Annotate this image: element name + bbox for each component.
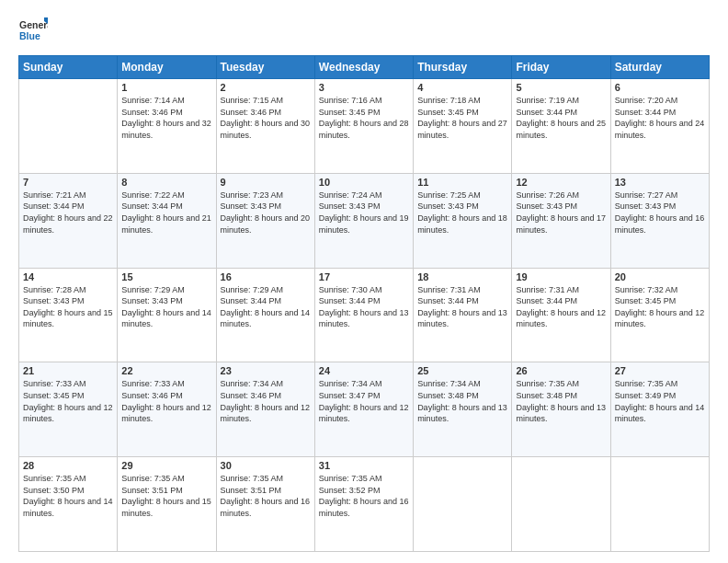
day-number: 20 xyxy=(615,271,705,282)
day-number: 29 xyxy=(121,460,211,471)
logo-svg: General Blue xyxy=(18,17,48,46)
day-cell: 31Sunrise: 7:35 AM Sunset: 3:52 PM Dayli… xyxy=(314,457,413,552)
day-cell xyxy=(512,457,610,552)
day-number: 18 xyxy=(417,271,507,282)
day-cell: 6Sunrise: 7:20 AM Sunset: 3:44 PM Daylig… xyxy=(610,79,709,174)
svg-text:General: General xyxy=(19,19,48,30)
day-info: Sunrise: 7:18 AM Sunset: 3:45 PM Dayligh… xyxy=(417,95,507,141)
day-cell: 20Sunrise: 7:32 AM Sunset: 3:45 PM Dayli… xyxy=(610,268,709,362)
week-row-5: 28Sunrise: 7:35 AM Sunset: 3:50 PM Dayli… xyxy=(19,457,710,552)
day-cell: 30Sunrise: 7:35 AM Sunset: 3:51 PM Dayli… xyxy=(216,457,314,552)
day-number: 1 xyxy=(121,82,211,93)
weekday-header-saturday: Saturday xyxy=(610,56,709,79)
day-number: 10 xyxy=(319,177,409,188)
day-cell: 29Sunrise: 7:35 AM Sunset: 3:51 PM Dayli… xyxy=(118,457,216,552)
day-cell: 10Sunrise: 7:24 AM Sunset: 3:43 PM Dayli… xyxy=(314,173,413,268)
week-row-1: 1Sunrise: 7:14 AM Sunset: 3:46 PM Daylig… xyxy=(19,79,710,174)
day-cell xyxy=(414,457,512,552)
day-number: 2 xyxy=(221,82,311,93)
day-info: Sunrise: 7:32 AM Sunset: 3:45 PM Dayligh… xyxy=(615,284,705,330)
day-number: 31 xyxy=(319,460,409,471)
day-info: Sunrise: 7:19 AM Sunset: 3:44 PM Dayligh… xyxy=(516,95,606,141)
day-info: Sunrise: 7:16 AM Sunset: 3:45 PM Dayligh… xyxy=(319,95,409,141)
day-cell: 21Sunrise: 7:33 AM Sunset: 3:45 PM Dayli… xyxy=(19,362,118,457)
day-info: Sunrise: 7:25 AM Sunset: 3:43 PM Dayligh… xyxy=(417,190,507,236)
day-info: Sunrise: 7:20 AM Sunset: 3:44 PM Dayligh… xyxy=(615,95,705,141)
day-number: 19 xyxy=(516,271,606,282)
week-row-4: 21Sunrise: 7:33 AM Sunset: 3:45 PM Dayli… xyxy=(19,362,710,457)
weekday-header-monday: Monday xyxy=(118,56,216,79)
day-cell: 22Sunrise: 7:33 AM Sunset: 3:46 PM Dayli… xyxy=(118,362,216,457)
day-number: 23 xyxy=(221,365,311,376)
day-cell: 19Sunrise: 7:31 AM Sunset: 3:44 PM Dayli… xyxy=(512,268,610,362)
day-cell: 15Sunrise: 7:29 AM Sunset: 3:43 PM Dayli… xyxy=(118,268,216,362)
day-number: 28 xyxy=(23,460,113,471)
day-number: 25 xyxy=(417,365,507,376)
day-number: 13 xyxy=(615,177,705,188)
weekday-header-tuesday: Tuesday xyxy=(216,56,314,79)
day-cell: 25Sunrise: 7:34 AM Sunset: 3:48 PM Dayli… xyxy=(414,362,512,457)
weekday-header-friday: Friday xyxy=(512,56,610,79)
day-number: 7 xyxy=(23,177,113,188)
day-number: 11 xyxy=(417,177,507,188)
day-cell: 28Sunrise: 7:35 AM Sunset: 3:50 PM Dayli… xyxy=(19,457,118,552)
day-info: Sunrise: 7:22 AM Sunset: 3:44 PM Dayligh… xyxy=(121,190,211,236)
day-cell: 12Sunrise: 7:26 AM Sunset: 3:43 PM Dayli… xyxy=(512,173,610,268)
day-number: 9 xyxy=(221,177,311,188)
day-number: 26 xyxy=(516,365,606,376)
day-number: 3 xyxy=(319,82,409,93)
day-info: Sunrise: 7:29 AM Sunset: 3:43 PM Dayligh… xyxy=(121,284,211,330)
logo: General Blue xyxy=(18,17,48,46)
day-cell: 1Sunrise: 7:14 AM Sunset: 3:46 PM Daylig… xyxy=(118,79,216,174)
weekday-header-row: SundayMondayTuesdayWednesdayThursdayFrid… xyxy=(19,56,710,79)
day-cell: 13Sunrise: 7:27 AM Sunset: 3:43 PM Dayli… xyxy=(610,173,709,268)
day-info: Sunrise: 7:35 AM Sunset: 3:49 PM Dayligh… xyxy=(615,378,705,424)
day-number: 5 xyxy=(516,82,606,93)
header: General Blue xyxy=(18,17,710,46)
day-info: Sunrise: 7:14 AM Sunset: 3:46 PM Dayligh… xyxy=(121,95,211,141)
day-number: 14 xyxy=(23,271,113,282)
week-row-2: 7Sunrise: 7:21 AM Sunset: 3:44 PM Daylig… xyxy=(19,173,710,268)
day-info: Sunrise: 7:31 AM Sunset: 3:44 PM Dayligh… xyxy=(516,284,606,330)
day-cell: 24Sunrise: 7:34 AM Sunset: 3:47 PM Dayli… xyxy=(314,362,413,457)
weekday-header-sunday: Sunday xyxy=(19,56,118,79)
day-cell: 5Sunrise: 7:19 AM Sunset: 3:44 PM Daylig… xyxy=(512,79,610,174)
weekday-header-wednesday: Wednesday xyxy=(314,56,413,79)
day-cell xyxy=(610,457,709,552)
day-number: 16 xyxy=(221,271,311,282)
day-info: Sunrise: 7:26 AM Sunset: 3:43 PM Dayligh… xyxy=(516,190,606,236)
day-cell xyxy=(19,79,118,174)
day-info: Sunrise: 7:28 AM Sunset: 3:43 PM Dayligh… xyxy=(23,284,113,330)
calendar-page: General Blue SundayMondayTuesdayWednesda… xyxy=(0,0,728,563)
day-info: Sunrise: 7:23 AM Sunset: 3:43 PM Dayligh… xyxy=(221,190,311,236)
day-info: Sunrise: 7:27 AM Sunset: 3:43 PM Dayligh… xyxy=(615,190,705,236)
day-number: 15 xyxy=(121,271,211,282)
day-number: 4 xyxy=(417,82,507,93)
day-number: 21 xyxy=(23,365,113,376)
day-info: Sunrise: 7:24 AM Sunset: 3:43 PM Dayligh… xyxy=(319,190,409,236)
day-info: Sunrise: 7:31 AM Sunset: 3:44 PM Dayligh… xyxy=(417,284,507,330)
day-info: Sunrise: 7:33 AM Sunset: 3:46 PM Dayligh… xyxy=(121,378,211,424)
day-number: 12 xyxy=(516,177,606,188)
day-cell: 23Sunrise: 7:34 AM Sunset: 3:46 PM Dayli… xyxy=(216,362,314,457)
day-info: Sunrise: 7:34 AM Sunset: 3:46 PM Dayligh… xyxy=(221,378,311,424)
weekday-header-thursday: Thursday xyxy=(414,56,512,79)
day-number: 30 xyxy=(221,460,311,471)
day-cell: 7Sunrise: 7:21 AM Sunset: 3:44 PM Daylig… xyxy=(19,173,118,268)
day-info: Sunrise: 7:35 AM Sunset: 3:50 PM Dayligh… xyxy=(23,473,113,519)
day-cell: 26Sunrise: 7:35 AM Sunset: 3:48 PM Dayli… xyxy=(512,362,610,457)
day-info: Sunrise: 7:35 AM Sunset: 3:52 PM Dayligh… xyxy=(319,473,409,519)
day-info: Sunrise: 7:35 AM Sunset: 3:51 PM Dayligh… xyxy=(121,473,211,519)
day-number: 8 xyxy=(121,177,211,188)
day-info: Sunrise: 7:33 AM Sunset: 3:45 PM Dayligh… xyxy=(23,378,113,424)
day-number: 17 xyxy=(319,271,409,282)
day-info: Sunrise: 7:30 AM Sunset: 3:44 PM Dayligh… xyxy=(319,284,409,330)
week-row-3: 14Sunrise: 7:28 AM Sunset: 3:43 PM Dayli… xyxy=(19,268,710,362)
day-cell: 4Sunrise: 7:18 AM Sunset: 3:45 PM Daylig… xyxy=(414,79,512,174)
day-info: Sunrise: 7:29 AM Sunset: 3:44 PM Dayligh… xyxy=(221,284,311,330)
day-cell: 18Sunrise: 7:31 AM Sunset: 3:44 PM Dayli… xyxy=(414,268,512,362)
day-info: Sunrise: 7:34 AM Sunset: 3:48 PM Dayligh… xyxy=(417,378,507,424)
day-cell: 11Sunrise: 7:25 AM Sunset: 3:43 PM Dayli… xyxy=(414,173,512,268)
day-cell: 14Sunrise: 7:28 AM Sunset: 3:43 PM Dayli… xyxy=(19,268,118,362)
calendar-table: SundayMondayTuesdayWednesdayThursdayFrid… xyxy=(18,55,710,552)
